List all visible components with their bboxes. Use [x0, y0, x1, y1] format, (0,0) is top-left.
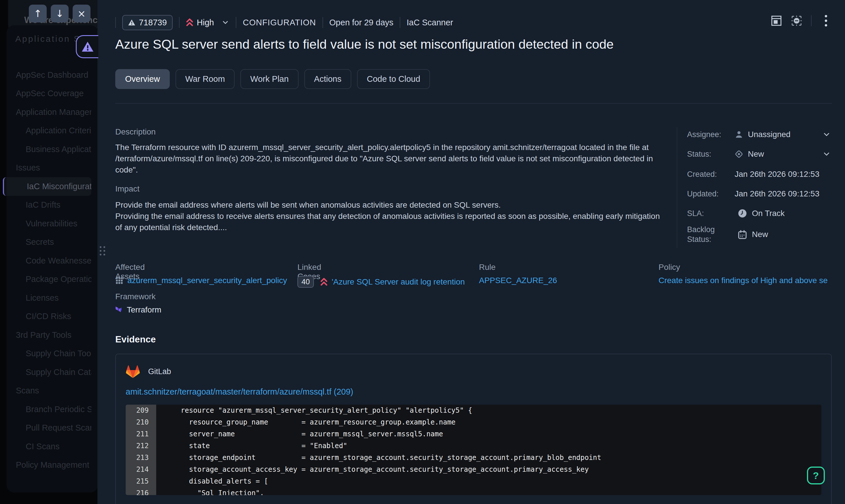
created-label: Created: [687, 169, 735, 179]
kebab-menu-icon [824, 14, 828, 27]
app-root: We are experiencing a pr Application Sec… [0, 0, 845, 504]
severity-dropdown[interactable]: High [186, 18, 230, 28]
issue-open-duration: Open for 29 days [330, 18, 393, 28]
issue-nav-buttons: ↑ ↓ × [29, 5, 90, 22]
line-number: 210 [126, 416, 156, 428]
sidebar-item-code-weaknesses[interactable]: Code Weaknesses [0, 251, 91, 270]
warning-triangle-icon [81, 41, 94, 52]
assignee-label: Assignee: [687, 130, 735, 139]
sidebar-item-cicd-risks[interactable]: CI/CD Risks [0, 307, 91, 326]
issue-id-badge[interactable]: 718739 [122, 15, 173, 30]
severity-high-icon [186, 18, 193, 27]
policy-label: Policy [658, 263, 680, 272]
sidebar-item-application-management[interactable]: Application Management [0, 103, 91, 122]
assignee-select[interactable]: Unassigned [735, 130, 791, 139]
code-line: storage_endpoint = azurerm_storage_accou… [156, 452, 821, 464]
code-line: state = "Enabled" [156, 440, 821, 452]
linked-cases-count-badge[interactable]: 40 [297, 276, 314, 288]
sidebar-item-supply-chain-tools[interactable]: Supply Chain Tools [0, 344, 91, 363]
sidebar-item-pull-request-scans[interactable]: Pull Request Scans [0, 419, 91, 437]
code-snippet[interactable]: 209 resource "azurerm_mssql_server_secur… [126, 404, 821, 495]
alerts-pull-tab[interactable] [76, 35, 98, 58]
line-number: 213 [126, 452, 156, 464]
asset-grid-icon [115, 276, 123, 285]
arrow-up-icon: ↑ [34, 8, 42, 19]
status-new-icon [735, 150, 743, 158]
policy-link[interactable]: Create issues on findings of High and ab… [658, 276, 828, 285]
sla-row: SLA: On Track [687, 209, 833, 218]
sidebar-item-vulnerabilities[interactable]: Vulnerabilities [0, 214, 91, 233]
impact-label: Impact [115, 184, 140, 194]
sidebar-item-policy-management[interactable]: Policy Management [0, 456, 91, 475]
sidebar-item-application-criteria[interactable]: Application Criteria [0, 122, 91, 140]
rule-label: Rule [479, 263, 496, 272]
sidebar-item-iac-drifts[interactable]: IaC Drifts [0, 196, 91, 215]
sidebar-item-business-applications[interactable]: Business Applications [0, 140, 91, 159]
close-icon: × [77, 8, 86, 19]
chevron-down-icon[interactable] [822, 130, 831, 139]
more-options-button[interactable] [820, 15, 832, 26]
sidebar-item-scans[interactable]: Scans [0, 382, 91, 400]
framework-label: Framework [115, 292, 156, 301]
gitlab-icon [126, 365, 140, 378]
divider [322, 17, 323, 28]
sidebar-item-3rd-party-tools[interactable]: 3rd Party Tools [0, 326, 91, 344]
tab-war-room[interactable]: War Room [176, 69, 235, 89]
detail-tabs: Overview War Room Work Plan Actions Code… [115, 69, 430, 89]
divider [115, 17, 116, 28]
arrow-down-icon: ↓ [56, 8, 64, 19]
previous-issue-button[interactable]: ↑ [29, 5, 47, 22]
sidebar-item-supply-chain-catalog[interactable]: Supply Chain Catalog [0, 363, 91, 382]
evidence-card: GitLab amit.schnitzer/terragoat/master/t… [115, 354, 832, 504]
provider-name: GitLab [148, 367, 171, 376]
status-label: Status: [687, 149, 735, 159]
divider [179, 17, 179, 28]
divider [811, 15, 812, 26]
status-select[interactable]: New [735, 149, 764, 159]
chevron-down-icon[interactable] [822, 150, 831, 158]
updated-row: Updated: Jan 26th 2026 09:12:53 [687, 189, 833, 199]
layout-panel-button[interactable] [771, 15, 782, 26]
divider [677, 127, 677, 248]
tab-actions[interactable]: Actions [304, 69, 351, 89]
tab-work-plan[interactable]: Work Plan [240, 69, 298, 89]
updated-label: Updated: [687, 189, 735, 199]
line-number: 211 [126, 428, 156, 440]
backlog-status-value: New [752, 230, 768, 239]
drawer-resize-handle[interactable] [100, 246, 105, 255]
updated-value: Jan 26th 2026 09:12:53 [735, 189, 820, 198]
severity-high-icon [320, 277, 328, 286]
divider [400, 17, 400, 28]
question-mark-icon: ? [813, 470, 819, 481]
tab-code-to-cloud[interactable]: Code to Cloud [357, 69, 430, 89]
sidebar-item-licenses[interactable]: Licenses [0, 289, 91, 307]
sidebar-item-issues[interactable]: Issues [0, 159, 91, 177]
line-number: 209 [126, 404, 156, 416]
line-number: 212 [126, 440, 156, 452]
warning-badge-icon [128, 19, 136, 26]
drawer-toolbar [771, 15, 832, 26]
assignee-value: Unassigned [748, 130, 791, 139]
sidebar-item-appsec-coverage[interactable]: AppSec Coverage [0, 84, 91, 103]
description-label: Description [115, 127, 156, 137]
sidebar-item-iac-misconfigurations[interactable]: IaC Misconfigurations [3, 177, 91, 196]
sidebar-item-secrets[interactable]: Secrets [0, 233, 91, 252]
rule-link[interactable]: APPSEC_AZURE_26 [479, 276, 557, 285]
sidebar-item-branch-periodic-scans[interactable]: Branch Periodic Scan [0, 400, 91, 419]
evidence-file-link[interactable]: amit.schnitzer/terragoat/master/terrafor… [126, 387, 353, 396]
linked-case-link[interactable]: 'Azure SQL Server audit log retention [332, 277, 465, 287]
focus-scan-button[interactable] [791, 15, 802, 26]
sidebar-item-ci-scans[interactable]: CI Scans [0, 437, 91, 456]
impact-text: Provide the email address where alerts w… [115, 199, 669, 233]
issue-detail-drawer: 718739 High CONFIGURATION Open for 29 da… [98, 0, 845, 504]
affected-asset-link[interactable]: azurerm_mssql_server_security_alert_poli… [127, 276, 287, 285]
sidebar-item-appsec-dashboard[interactable]: AppSec Dashboard [0, 66, 91, 84]
fields-row: Affected Assets azurerm_mssql_server_sec… [115, 263, 832, 320]
status-row: Status: New [687, 149, 833, 159]
help-button[interactable]: ? [807, 467, 825, 484]
close-drawer-button[interactable]: × [73, 5, 90, 22]
evidence-file-link-row: amit.schnitzer/terragoat/master/terrafor… [126, 387, 821, 397]
next-issue-button[interactable]: ↓ [51, 5, 69, 22]
tab-overview[interactable]: Overview [115, 69, 170, 89]
sidebar-item-package-operational[interactable]: Package Operational [0, 270, 91, 289]
